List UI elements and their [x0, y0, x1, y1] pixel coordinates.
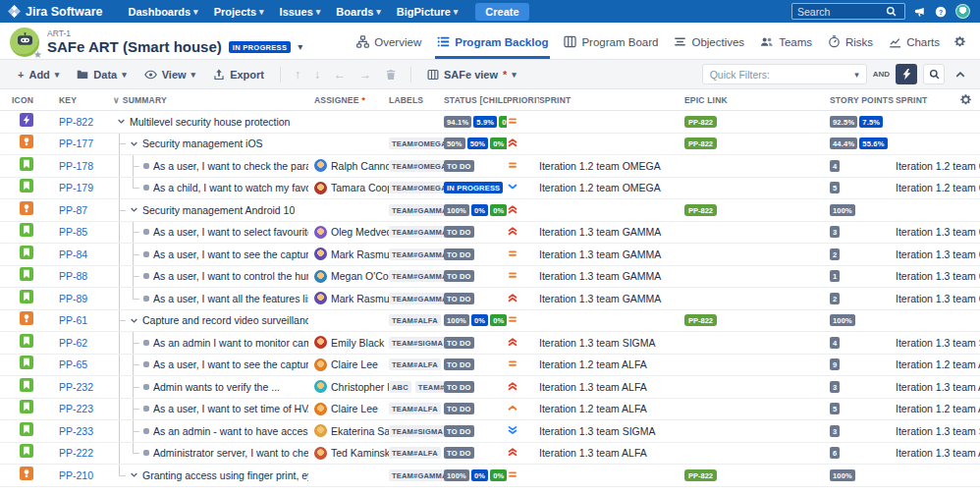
assignee-name[interactable]: Ekaterina Sabit — [331, 425, 389, 437]
issue-summary[interactable]: Security management iOS — [142, 138, 263, 149]
epic-link-badge[interactable]: PP-822 — [684, 138, 717, 149]
sprint-value[interactable]: Iteration 1.2 team OMEGA — [896, 160, 980, 172]
table-row-pp-89[interactable]: PP-89As a user, I want all the features … — [0, 288, 980, 310]
assignee-name[interactable]: Mark Rasmusse — [331, 248, 389, 260]
sprint-value[interactable]: Iteration 1.3 team GAMMA — [539, 270, 661, 282]
sprint-value[interactable]: Iteration 1.3 team GAMMA — [896, 226, 980, 238]
assignee-name[interactable]: Ted Kaminsky — [331, 447, 389, 459]
column-settings-gear-icon[interactable] — [959, 93, 972, 106]
sprint-value[interactable]: Iteration 1.3 team GAMMA — [896, 293, 980, 304]
tab-objectives[interactable]: Objectives — [674, 25, 744, 59]
project-avatar[interactable]: ★ — [10, 28, 39, 57]
tab-program-backlog[interactable]: Program Backlog — [437, 25, 548, 59]
issue-key-link[interactable]: PP-89 — [59, 293, 87, 304]
tab-risks[interactable]: Risks — [828, 25, 873, 59]
sprint-value[interactable]: Iteration 1.2 team OMEGA — [539, 182, 661, 193]
table-row-pp-61[interactable]: PP-61Capture and record video surveillan… — [0, 310, 980, 333]
issue-summary[interactable]: Capture and record video surveillance — [142, 314, 308, 326]
column-header-assignee[interactable]: ASSIGNEE* — [314, 95, 389, 105]
issue-key-link[interactable]: PP-87 — [59, 204, 87, 216]
collapse-row-chevron-icon[interactable] — [130, 470, 138, 479]
epic-link-badge[interactable]: PP-822 — [684, 116, 717, 128]
nav-menu-bigpicture[interactable]: BigPicture▾ — [389, 3, 466, 21]
issue-summary[interactable]: Admin wants to verify the ... — [153, 381, 280, 393]
assignee-name[interactable]: Ralph Cannon — [331, 160, 389, 172]
issue-key-link[interactable]: PP-61 — [59, 314, 87, 326]
issue-key-link[interactable]: PP-222 — [59, 447, 93, 459]
title-chevron-down-icon[interactable]: ▾ — [298, 41, 302, 52]
assignee-name[interactable]: Mark Rasmusse — [331, 293, 389, 304]
label-chip[interactable]: TEAM#GAMMA — [389, 293, 444, 304]
add-button[interactable]: + Add▾ — [10, 65, 67, 84]
issue-key-link[interactable]: PP-232 — [59, 381, 93, 393]
epic-link-badge[interactable]: PP-822 — [684, 204, 717, 216]
assignee-name[interactable]: Oleg Medvedev — [331, 226, 389, 238]
megaphone-icon[interactable] — [914, 6, 926, 18]
move-down-arrow-icon[interactable]: ↓ — [308, 66, 326, 83]
collapse-row-chevron-icon[interactable] — [117, 117, 126, 126]
issue-key-link[interactable]: PP-178 — [59, 160, 93, 172]
sprint-value[interactable]: Iteration 1.3 team ALFA — [896, 447, 980, 459]
table-row-pp-232[interactable]: PP-232Admin wants to verify the ...Chris… — [0, 376, 980, 399]
filter-operator-label[interactable]: AND — [873, 70, 890, 79]
sprint-value[interactable]: Iteration 1.2 team OMEGA — [539, 160, 661, 172]
label-chip[interactable]: TEAM#OMEGA — [389, 160, 444, 172]
assignee-name[interactable]: Emily Black — [331, 337, 384, 349]
jira-brand[interactable]: Jira Software — [8, 5, 103, 19]
label-chip[interactable]: TEAM#GAMMA — [389, 270, 444, 282]
global-search-input[interactable] — [797, 6, 882, 18]
user-avatar[interactable] — [955, 4, 970, 19]
issue-summary[interactable]: As a user, I want to select favourite pr… — [153, 226, 308, 238]
issue-key-link[interactable]: PP-85 — [59, 226, 87, 238]
label-chip[interactable]: TEAM#SIGMA — [389, 425, 444, 437]
tab-teams[interactable]: Teams — [760, 25, 812, 59]
export-button[interactable]: Export — [205, 65, 272, 84]
tab-charts[interactable]: Charts — [889, 25, 940, 59]
column-header-points[interactable]: STORY POINTS [CHILDREN] — [830, 95, 896, 105]
sprint-value[interactable]: Iteration 1.3 team SIGMA — [539, 425, 655, 437]
trash-icon[interactable] — [379, 67, 403, 82]
column-header-icon[interactable]: ICON — [12, 95, 59, 105]
issue-summary[interactable]: As a user, I want to see the captured vi… — [153, 248, 308, 260]
label-chip[interactable]: TEAM#OMEGA — [389, 182, 444, 193]
label-chip[interactable]: TEAM#ALFA — [389, 358, 441, 370]
column-header-sprint[interactable]: SPRINT — [539, 95, 684, 105]
global-search[interactable] — [791, 3, 905, 20]
issue-key-link[interactable]: PP-210 — [59, 469, 93, 481]
epic-link-badge[interactable]: PP-822 — [684, 469, 717, 481]
label-chip[interactable]: TEAM#OMEGA — [389, 138, 444, 149]
collapse-row-chevron-icon[interactable] — [130, 205, 138, 214]
help-icon[interactable]: ? — [935, 6, 947, 18]
issue-key-link[interactable]: PP-179 — [59, 182, 93, 193]
table-row-pp-62[interactable]: PP-62As an admin I want to monitor camer… — [0, 332, 980, 355]
issue-key-link[interactable]: PP-62 — [59, 337, 87, 349]
sprint-value[interactable]: Iteration 1.3 team GAMMA — [539, 226, 661, 238]
search-filter-button[interactable] — [923, 64, 945, 84]
sprint-value[interactable]: Iteration 1.3 team ALFA — [539, 447, 647, 459]
sprint-value[interactable]: Iteration 1.2 team ALFA — [539, 358, 647, 370]
sprint-value[interactable]: Iteration 1.3 team GAMMA — [539, 293, 661, 304]
nav-menu-projects[interactable]: Projects▾ — [206, 3, 272, 21]
table-row-pp-233[interactable]: PP-233As an admin - want to have access … — [0, 420, 980, 443]
issue-key-link[interactable]: PP-88 — [59, 270, 87, 282]
table-row-pp-84[interactable]: PP-84As a user, I want to see the captur… — [0, 244, 980, 266]
sprint-value[interactable]: Iteration 1.3 team GAMMA — [896, 248, 980, 260]
issue-key-link[interactable]: PP-177 — [59, 138, 93, 149]
label-chip[interactable]: TEAM#ALFA — [389, 447, 441, 459]
issue-summary[interactable]: Granting access using finger print, eye … — [142, 469, 308, 481]
sprint-value[interactable]: Iteration 1.3 team ALFA — [539, 381, 647, 393]
sprint-value[interactable]: Iteration 1.3 team SIGMA — [896, 337, 980, 349]
assignee-name[interactable]: Tamara Cooper — [331, 182, 389, 193]
issue-summary[interactable]: Administrator server, I want to check th… — [153, 447, 308, 459]
move-up-arrow-icon[interactable]: ↑ — [289, 66, 306, 83]
module-settings-gear-icon[interactable] — [953, 35, 966, 48]
sprint-value[interactable]: Iteration 1.3 team ALFA — [896, 381, 980, 393]
issue-key-link[interactable]: PP-233 — [59, 425, 93, 437]
quick-filters-select[interactable]: Quick Filters: ▾ — [702, 64, 867, 84]
view-button[interactable]: View▾ — [136, 65, 203, 84]
epic-link-badge[interactable]: PP-822 — [684, 314, 717, 326]
view-selector-button[interactable]: SAFe view * ▾ — [419, 65, 524, 84]
sprint-value[interactable]: Iteration 1.2 team OMEGA — [896, 182, 980, 193]
sprint-value[interactable]: Iteration 1.2 team ALFA — [896, 403, 980, 414]
issue-summary[interactable]: Security management Android 10 — [142, 204, 295, 216]
